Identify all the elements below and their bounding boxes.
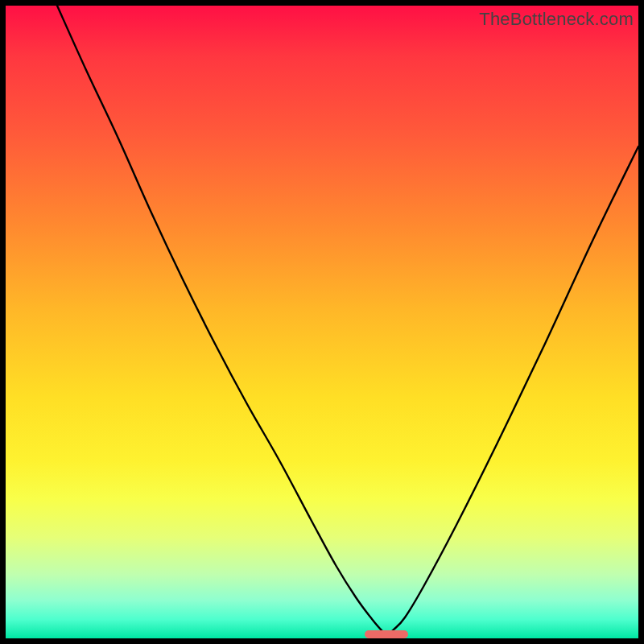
bottleneck-curve — [6, 6, 638, 638]
chart-area: TheBottleneck.com — [6, 6, 638, 638]
optimum-marker — [365, 630, 408, 638]
